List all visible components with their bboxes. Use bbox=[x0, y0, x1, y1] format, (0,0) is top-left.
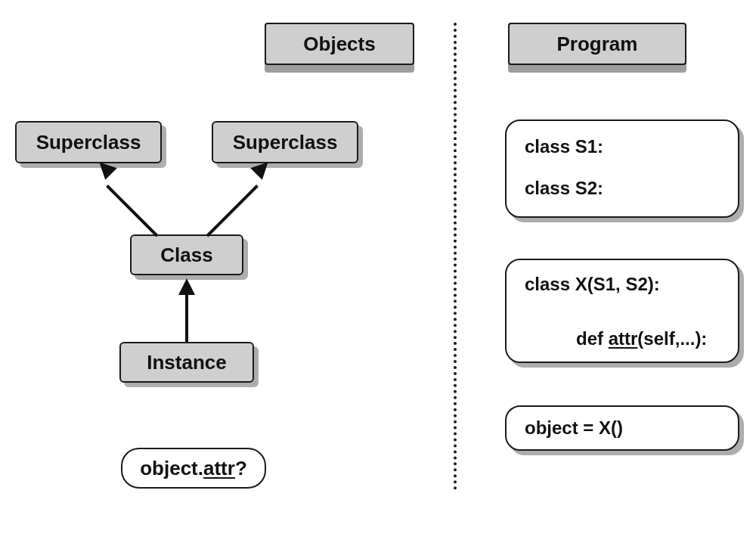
query-attr: attr bbox=[203, 457, 235, 480]
query-prefix: object. bbox=[140, 457, 203, 480]
code-line-object: object = X() bbox=[525, 417, 623, 439]
code-superclasses: class S1: class S2: bbox=[505, 119, 739, 218]
code-line-s1: class S1: bbox=[525, 132, 720, 163]
query-suffix: ? bbox=[235, 457, 247, 480]
header-objects: Objects bbox=[265, 23, 414, 65]
def-pre: def bbox=[576, 328, 609, 349]
code-instantiate: object = X() bbox=[505, 405, 739, 451]
code-line-classx: class X(S1, S2): bbox=[525, 271, 720, 298]
node-class: Class bbox=[130, 234, 243, 275]
attribute-lookup-query: object.attr? bbox=[121, 448, 266, 489]
def-post: (self,...): bbox=[637, 328, 707, 349]
code-line-def: def attr(self,...): bbox=[525, 298, 720, 380]
node-superclass-right: Superclass bbox=[212, 121, 358, 163]
node-instance: Instance bbox=[119, 342, 254, 383]
node-superclass-left: Superclass bbox=[15, 121, 162, 163]
header-program: Program bbox=[508, 23, 686, 65]
code-line-s2: class S2: bbox=[525, 173, 720, 204]
def-attr: attr bbox=[609, 328, 638, 349]
code-class-x: class X(S1, S2): def attr(self,...): sel… bbox=[505, 259, 739, 363]
diagram-stage: { "headers": { "objects": "Objects", "pr… bbox=[0, 0, 756, 540]
column-divider bbox=[454, 23, 457, 490]
